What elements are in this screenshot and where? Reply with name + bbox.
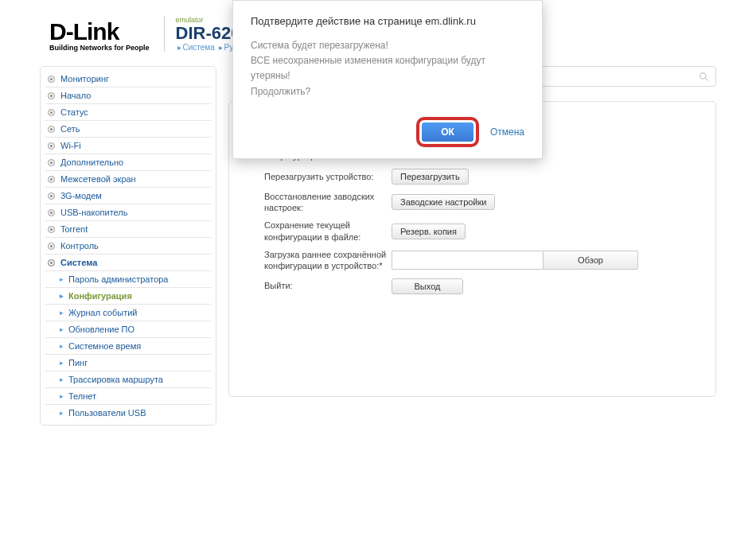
bullet-icon	[48, 192, 55, 200]
svg-point-0	[700, 72, 706, 78]
sidebar-item-torrent[interactable]: Torrent	[45, 221, 211, 238]
reboot-button[interactable]: Перезагрузить	[392, 169, 469, 185]
bullet-icon	[48, 126, 55, 133]
sidebar-sub-label: Пользователи USB	[68, 408, 146, 418]
sidebar-sub-usb-users[interactable]: ▸Пользователи USB	[45, 405, 211, 421]
ok-button[interactable]: ОК	[422, 122, 473, 142]
bullet-icon	[48, 226, 55, 233]
row-reboot: Перезагрузить устройство: Перезагрузить	[264, 169, 678, 185]
chevron-right-icon: ▸	[60, 409, 64, 417]
bullet-icon	[48, 92, 55, 99]
dialog-title: Подтвердите действие на странице em.dlin…	[251, 15, 524, 27]
sidebar-item-label: Начало	[60, 91, 91, 100]
sidebar-item-monitoring[interactable]: Мониторинг	[45, 71, 211, 87]
chevron-right-icon: ▸	[60, 325, 64, 333]
row-exit: Выйти: Выход	[264, 278, 678, 294]
bullet-icon	[48, 259, 55, 266]
sidebar-sub-label: Журнал событий	[68, 308, 137, 317]
breadcrumb-part[interactable]: Система	[183, 43, 215, 52]
sidebar-sub-log[interactable]: ▸Журнал событий	[45, 305, 211, 321]
search-icon	[699, 72, 709, 82]
sidebar-sub-time[interactable]: ▸Системное время	[45, 338, 211, 355]
sidebar-sub-label: Конфигурация	[68, 291, 132, 301]
bullet-icon	[48, 243, 55, 250]
sidebar-sub-telnet[interactable]: ▸Телнет	[45, 388, 211, 405]
sidebar-sub-update[interactable]: ▸Обновление ПО	[45, 321, 211, 338]
breadcrumb: ▸Система ▸Ру	[176, 43, 241, 52]
cancel-button[interactable]: Отмена	[490, 126, 524, 138]
browse-button[interactable]: Обзор	[543, 251, 638, 270]
sidebar-item-system[interactable]: Система	[45, 255, 211, 271]
row-backup: Сохранение текущей конфигурации в файле:…	[264, 220, 678, 243]
sidebar-item-status[interactable]: Статус	[45, 104, 211, 121]
sidebar-item-start[interactable]: Начало	[45, 87, 211, 104]
sidebar-sub-label: Системное время	[68, 341, 141, 351]
dialog-body: Система будет перезагружена! ВСЕ несохра…	[251, 38, 524, 99]
sidebar-sub-configuration[interactable]: ▸Конфигурация	[45, 288, 211, 305]
model-block: emulator DIR-620 ▸Система ▸Ру	[164, 16, 241, 52]
sidebar-item-label: Torrent	[60, 224, 88, 234]
logo-main: D-Link	[49, 20, 150, 44]
sidebar-sub-admin-password[interactable]: ▸Пароль администратора	[45, 271, 211, 288]
row-factory: Восстановление заводских настроек: Завод…	[264, 191, 678, 214]
bullet-icon	[48, 159, 55, 166]
factory-reset-button[interactable]: Заводские настройки	[392, 194, 495, 210]
sidebar-item-label: 3G-модем	[60, 191, 102, 200]
model-name: DIR-620	[176, 24, 241, 43]
row-upload: Загрузка раннее сохранённой конфигурации…	[264, 249, 678, 272]
sidebar-item-network[interactable]: Сеть	[45, 121, 211, 138]
chevron-right-icon: ▸	[60, 275, 64, 283]
sidebar-item-label: Дополнительно	[60, 157, 123, 167]
label-upload: Загрузка раннее сохранённой конфигурации…	[264, 249, 392, 272]
sidebar-item-usb-storage[interactable]: USB-накопитель	[45, 204, 211, 221]
upload-file-input[interactable]	[392, 251, 543, 270]
sidebar-item-label: Межсетевой экран	[60, 174, 136, 184]
confirm-dialog: Подтвердите действие на странице em.dlin…	[232, 0, 543, 159]
ok-highlight: ОК	[416, 117, 479, 147]
bullet-icon	[48, 109, 55, 116]
sidebar-item-label: Контроль	[60, 241, 99, 251]
bullet-icon	[48, 142, 55, 150]
sidebar-sub-ping[interactable]: ▸Пинг	[45, 355, 211, 371]
sidebar-item-firewall[interactable]: Межсетевой экран	[45, 171, 211, 188]
chevron-right-icon: ▸	[60, 292, 64, 300]
chevron-right-icon: ▸	[219, 43, 223, 52]
sidebar-sub-label: Телнет	[68, 391, 96, 401]
sidebar-item-label: Wi-Fi	[60, 141, 81, 150]
sidebar-sub-label: Пароль администратора	[68, 274, 169, 284]
dialog-line: Система будет перезагружена!	[251, 38, 524, 53]
label-factory: Восстановление заводских настроек:	[264, 191, 392, 214]
chevron-right-icon: ▸	[60, 375, 64, 383]
sidebar: Мониторинг Начало Статус Сеть Wi-Fi Допо…	[40, 66, 216, 426]
sidebar-item-control[interactable]: Контроль	[45, 238, 211, 255]
sidebar-sub-label: Пинг	[68, 358, 88, 367]
logo-block: D-Link Building Networks for People	[49, 20, 150, 52]
sidebar-item-3g[interactable]: 3G-модем	[45, 188, 211, 204]
label-reboot: Перезагрузить устройство:	[264, 171, 392, 182]
bullet-icon	[48, 76, 55, 83]
exit-button[interactable]: Выход	[392, 278, 463, 294]
chevron-right-icon: ▸	[60, 392, 64, 400]
label-exit: Выйти:	[264, 280, 392, 291]
sidebar-item-label: Статус	[60, 107, 88, 117]
dialog-line: Продолжить?	[251, 84, 524, 99]
dialog-line: ВСЕ несохраненные изменения конфигурации…	[251, 53, 524, 84]
sidebar-item-label: Сеть	[60, 124, 80, 134]
sidebar-item-label: Система	[60, 258, 97, 267]
sidebar-item-advanced[interactable]: Дополнительно	[45, 154, 211, 171]
chevron-right-icon: ▸	[60, 342, 64, 350]
bullet-icon	[48, 209, 55, 216]
sidebar-item-label: Мониторинг	[60, 74, 109, 84]
sidebar-sub-label: Трассировка маршрута	[68, 375, 163, 384]
chevron-right-icon: ▸	[60, 359, 64, 367]
chevron-right-icon: ▸	[60, 309, 64, 317]
backup-button[interactable]: Резерв. копия	[392, 224, 466, 239]
sidebar-item-wifi[interactable]: Wi-Fi	[45, 138, 211, 154]
sidebar-sub-traceroute[interactable]: ▸Трассировка маршрута	[45, 371, 211, 388]
logo-tagline: Building Networks for People	[49, 44, 150, 52]
chevron-right-icon: ▸	[177, 43, 181, 52]
svg-line-1	[705, 78, 707, 80]
sidebar-item-label: USB-накопитель	[60, 208, 127, 217]
bullet-icon	[48, 176, 55, 183]
label-backup: Сохранение текущей конфигурации в файле:	[264, 220, 392, 243]
